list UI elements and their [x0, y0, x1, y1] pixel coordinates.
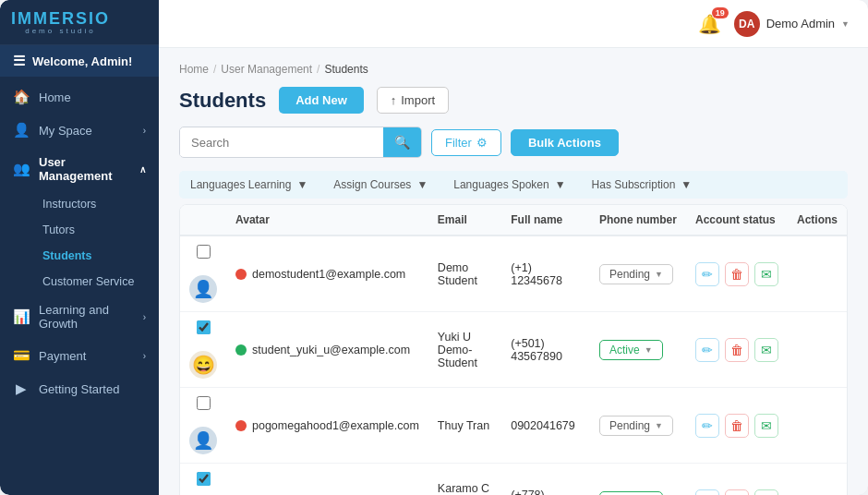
- notification-bell[interactable]: 🔔 19: [698, 13, 721, 35]
- sidebar-item-user-management[interactable]: 👥 User Management ∧: [0, 147, 159, 191]
- row-checkbox[interactable]: [197, 320, 211, 334]
- bulk-actions-button[interactable]: Bulk Actions: [511, 129, 619, 156]
- sidebar-item-learning-growth[interactable]: 📊 Learning and Growth ›: [0, 295, 159, 339]
- row-actions-cell: ✏ 🗑 ✉: [686, 312, 788, 388]
- edit-button[interactable]: ✏: [695, 338, 719, 362]
- toolbar: 🔍 Filter ⚙ Bulk Actions: [179, 127, 848, 158]
- sidebar-nav: 🏠 Home 👤 My Space › 👥 User Management ∧ …: [0, 77, 159, 495]
- breadcrumb-section[interactable]: User Management: [221, 63, 312, 76]
- delete-button[interactable]: 🗑: [725, 489, 749, 496]
- view-button[interactable]: ✉: [754, 489, 778, 496]
- notification-badge: 19: [712, 7, 729, 18]
- email-status-dot: [235, 420, 247, 431]
- row-checkbox[interactable]: [197, 396, 211, 410]
- table-row: 😊 student_karamo_c@demo.gov Karamo C Dem…: [180, 464, 847, 496]
- row-fullname-cell: Karamo C Demo-Student: [428, 464, 501, 496]
- chevron-down-icon: ▼: [841, 19, 850, 29]
- filter-button[interactable]: Filter ⚙: [431, 129, 501, 156]
- account-status-badge[interactable]: Active ▼: [599, 491, 663, 496]
- delete-button[interactable]: 🗑: [725, 262, 749, 286]
- filter-languages-spoken[interactable]: Languages Spoken ▼: [453, 178, 565, 191]
- chevron-down-icon: ▼: [655, 270, 663, 279]
- status-text: Active: [609, 344, 640, 356]
- filter-assign-courses[interactable]: Assign Courses ▼: [333, 178, 428, 191]
- row-avatar-cell: 👤: [180, 418, 226, 463]
- sidebar-item-instructors[interactable]: Instructors: [0, 191, 159, 217]
- edit-button[interactable]: ✏: [695, 489, 719, 496]
- delete-button[interactable]: 🗑: [725, 414, 749, 438]
- breadcrumb-current: Students: [324, 63, 368, 76]
- sidebar-item-label: Payment: [39, 349, 86, 363]
- th-fullname: Full name: [501, 205, 590, 235]
- th-phone: Phone number: [590, 205, 686, 235]
- page-title: Students: [179, 89, 266, 113]
- email-status-dot: [235, 344, 247, 356]
- status-text: Pending: [609, 268, 650, 281]
- sidebar-item-my-space[interactable]: 👤 My Space ›: [0, 114, 159, 147]
- add-new-button[interactable]: Add New: [279, 87, 364, 114]
- search-input[interactable]: [180, 129, 383, 156]
- sidebar-item-getting-started[interactable]: ▶ Getting Started: [0, 372, 159, 405]
- logo-immersio: IMMERSIO demo studio: [11, 9, 110, 35]
- row-checkbox[interactable]: [197, 472, 211, 486]
- chevron-down-icon: ›: [143, 351, 146, 361]
- account-status-badge[interactable]: Pending ▼: [599, 264, 673, 284]
- user-name: Demo Admin: [766, 17, 835, 30]
- sidebar-item-label: Home: [39, 91, 71, 104]
- view-button[interactable]: ✉: [754, 262, 778, 286]
- table-header-row: Avatar Email Full name Phone number Acco…: [180, 205, 847, 235]
- sidebar-welcome: ☰ Welcome, Admin!: [0, 45, 159, 77]
- row-avatar-cell: 👤: [180, 267, 226, 311]
- row-email-cell: pogomegahood1@example.com: [226, 388, 428, 464]
- breadcrumb-home[interactable]: Home: [179, 63, 209, 76]
- row-actions-cell: ✏ 🗑 ✉: [686, 388, 788, 464]
- table-row: 😄 student_yuki_u@example.com Yuki U Demo…: [180, 312, 847, 388]
- fullname-text: Yuki U Demo-Student: [438, 331, 477, 369]
- fullname-text: Thuy Tran: [438, 419, 489, 432]
- logo-main-text: IMMERSIO: [11, 9, 110, 28]
- sidebar-item-customer-service[interactable]: Customer Service: [0, 269, 159, 295]
- row-actions-cell: ✏ 🗑 ✉: [686, 235, 788, 312]
- row-status-cell: Active ▼: [590, 312, 686, 388]
- sidebar-item-home[interactable]: 🏠 Home: [0, 80, 159, 114]
- filter-has-subscription[interactable]: Has Subscription ▼: [592, 178, 693, 191]
- sidebar-item-tutors[interactable]: Tutors: [0, 217, 159, 243]
- sidebar-item-students[interactable]: Students: [0, 243, 159, 269]
- row-phone-cell: (+1) 12345678: [501, 235, 590, 312]
- th-account-status: Account status: [686, 205, 788, 235]
- row-avatar-cell: 😄: [180, 343, 226, 387]
- search-button[interactable]: 🔍: [383, 127, 421, 157]
- row-checkbox-cell: [180, 236, 226, 267]
- row-checkbox-cell: [180, 388, 226, 418]
- sidebar-item-payment[interactable]: 💳 Payment ›: [0, 339, 159, 372]
- edit-button[interactable]: ✏: [695, 414, 719, 438]
- account-status-badge[interactable]: Pending ▼: [599, 416, 673, 436]
- filter-chevron-icon: ▼: [296, 178, 307, 191]
- filter-label-has-subscription: Has Subscription: [592, 178, 676, 191]
- user-menu[interactable]: DA Demo Admin ▼: [734, 11, 850, 37]
- filter-chevron-icon: ▼: [555, 178, 566, 191]
- filter-label-languages-spoken: Languages Spoken: [453, 178, 549, 191]
- payment-icon: 💳: [13, 347, 30, 364]
- welcome-text: Welcome, Admin!: [32, 54, 132, 68]
- learning-icon: 📊: [13, 308, 30, 325]
- view-button[interactable]: ✉: [754, 338, 778, 362]
- phone-text: (+501) 43567890: [511, 337, 562, 363]
- getting-started-icon: ▶: [13, 380, 30, 397]
- edit-button[interactable]: ✏: [695, 262, 719, 286]
- filter-languages-learning[interactable]: Languages Learning ▼: [190, 178, 307, 191]
- row-checkbox[interactable]: [197, 245, 211, 259]
- view-button[interactable]: ✉: [754, 414, 778, 438]
- main-content: Home / User Management / Students Studen…: [159, 48, 868, 495]
- import-label: Import: [401, 93, 435, 107]
- sidebar-item-label: Getting Started: [39, 382, 119, 396]
- fullname-text: Demo Student: [438, 261, 477, 287]
- row-checkbox-cell: [180, 464, 226, 494]
- row-email-cell: demostudent1@example.com: [226, 235, 428, 312]
- account-status-badge[interactable]: Active ▼: [599, 340, 663, 360]
- filter-label-languages-learning: Languages Learning: [190, 178, 291, 191]
- chevron-down-icon: ∧: [139, 164, 146, 175]
- import-button[interactable]: ↑ Import: [377, 87, 449, 114]
- email-text: pogomegahood1@example.com: [252, 419, 419, 432]
- delete-button[interactable]: 🗑: [725, 338, 749, 362]
